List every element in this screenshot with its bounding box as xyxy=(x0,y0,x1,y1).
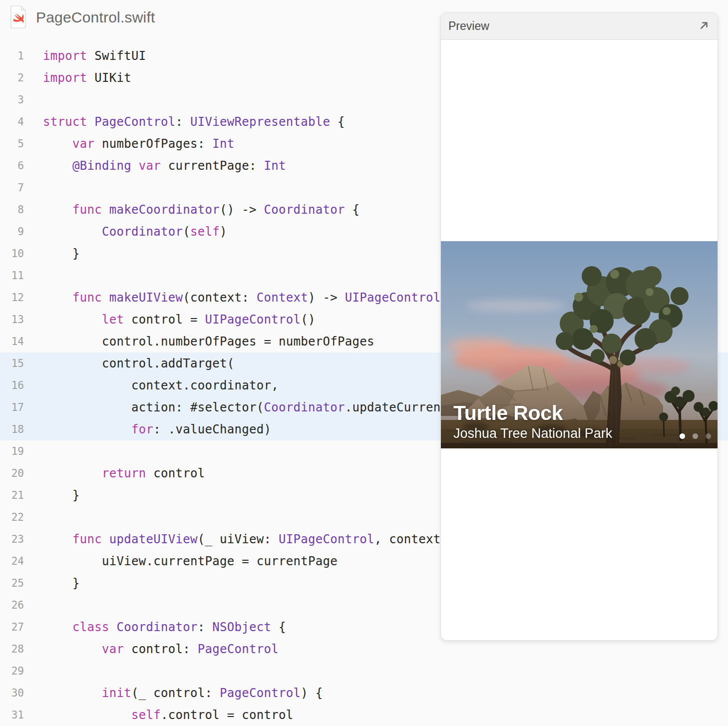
code-line[interactable]: 28 var control: PageControl xyxy=(0,638,728,660)
line-number: 2 xyxy=(0,67,24,89)
code-line[interactable]: 30 init(_ control: PageControl) { xyxy=(0,682,728,704)
code-text: control.addTarget( xyxy=(43,353,234,374)
code-text: var control: PageControl xyxy=(43,638,279,660)
code-text: Coordinator(self) xyxy=(43,221,227,243)
page-dot[interactable] xyxy=(706,433,711,439)
line-number: 18 xyxy=(0,418,24,440)
line-number: 11 xyxy=(0,265,24,287)
line-number: 23 xyxy=(0,528,24,550)
code-text: self.control = control xyxy=(43,704,294,726)
code-text: func makeUIView(context: Context) -> UIP… xyxy=(43,287,455,309)
code-text: uiView.currentPage = currentPage xyxy=(43,550,338,572)
line-number: 19 xyxy=(0,440,24,462)
line-number: 20 xyxy=(0,462,24,484)
line-number: 15 xyxy=(0,353,24,374)
line-number: 16 xyxy=(0,374,24,396)
code-text: context.coordinator, xyxy=(43,374,279,396)
line-number: 28 xyxy=(0,638,24,660)
line-number: 4 xyxy=(0,111,24,133)
code-text: } xyxy=(43,243,80,265)
preview-card: Turtle Rock Joshua Tree National Park xyxy=(441,241,718,448)
code-text: class Coordinator: NSObject { xyxy=(43,616,286,638)
line-number: 30 xyxy=(0,682,24,704)
code-text: for: .valueChanged) xyxy=(43,418,271,440)
card-title: Turtle Rock xyxy=(453,401,612,424)
line-number: 14 xyxy=(0,331,24,353)
preview-header: Preview xyxy=(441,13,718,40)
line-number: 5 xyxy=(0,133,24,155)
code-text: func makeCoordinator() -> Coordinator { xyxy=(43,199,360,221)
line-number: 22 xyxy=(0,506,24,528)
line-number: 1 xyxy=(0,45,24,67)
page-title: PageControl.swift xyxy=(36,0,155,35)
code-text: var numberOfPages: Int xyxy=(43,133,235,155)
code-line[interactable]: 29 xyxy=(0,660,728,682)
line-number: 6 xyxy=(0,155,24,177)
code-line[interactable]: 31 self.control = control xyxy=(0,704,728,726)
line-number: 9 xyxy=(0,221,24,243)
card-caption: Turtle Rock Joshua Tree National Park xyxy=(453,401,612,442)
page-dot[interactable] xyxy=(693,433,698,439)
line-number: 13 xyxy=(0,309,24,331)
page-control xyxy=(680,433,711,439)
line-number: 3 xyxy=(0,89,24,111)
code-text: @Binding var currentPage: Int xyxy=(43,155,286,177)
line-number: 31 xyxy=(0,704,24,726)
line-number: 24 xyxy=(0,550,24,572)
preview-title: Preview xyxy=(448,19,489,33)
swift-file-icon xyxy=(9,5,27,28)
line-number: 29 xyxy=(0,660,24,682)
line-number: 8 xyxy=(0,199,24,221)
preview-panel: Preview xyxy=(440,12,718,641)
line-number: 27 xyxy=(0,616,24,638)
code-text: control.numberOfPages = numberOfPages xyxy=(43,331,374,353)
code-text: } xyxy=(43,572,80,594)
line-number: 21 xyxy=(0,484,24,506)
line-number: 10 xyxy=(0,243,24,265)
line-number: 26 xyxy=(0,594,24,616)
line-number: 17 xyxy=(0,396,24,418)
line-number: 25 xyxy=(0,572,24,594)
code-text: struct PageControl: UIViewRepresentable … xyxy=(43,111,345,133)
code-text: return control xyxy=(43,462,205,484)
page-dot[interactable] xyxy=(680,433,685,439)
expand-button[interactable] xyxy=(698,20,710,32)
line-number: 7 xyxy=(0,177,24,199)
code-text: } xyxy=(43,484,80,506)
card-subtitle: Joshua Tree National Park xyxy=(453,424,612,442)
code-text: import UIKit xyxy=(43,67,131,89)
code-text: let control = UIPageControl() xyxy=(43,309,316,331)
line-number: 12 xyxy=(0,287,24,309)
code-text: init(_ control: PageControl) { xyxy=(43,682,323,704)
arrow-up-right-icon xyxy=(699,20,710,32)
code-text: import SwiftUI xyxy=(43,45,146,67)
